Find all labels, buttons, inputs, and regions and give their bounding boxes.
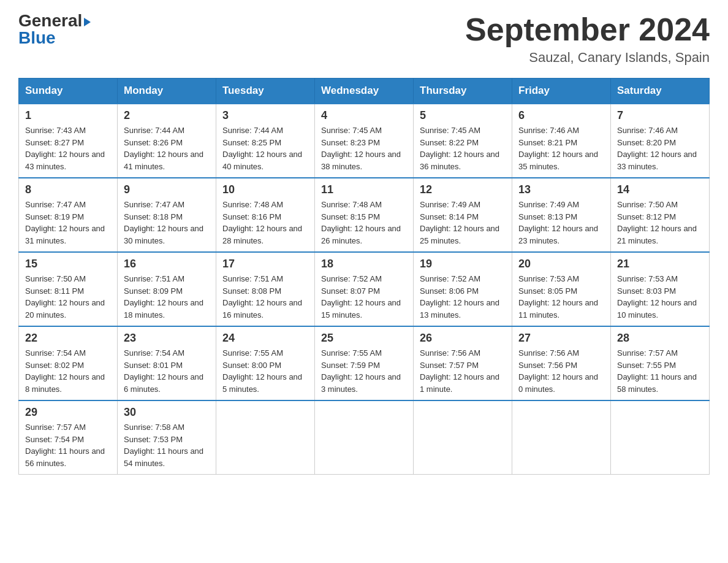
calendar-cell: 12 Sunrise: 7:49 AMSunset: 8:14 PMDaylig… xyxy=(414,178,512,252)
sun-info: Sunrise: 7:55 AMSunset: 7:59 PMDaylight:… xyxy=(321,347,407,395)
calendar-cell xyxy=(216,400,315,475)
day-number: 20 xyxy=(518,258,604,270)
day-number: 21 xyxy=(617,258,703,270)
logo-text-line2: Blue xyxy=(18,29,56,47)
day-number: 28 xyxy=(617,332,703,345)
calendar-cell: 5 Sunrise: 7:45 AMSunset: 8:22 PMDayligh… xyxy=(414,104,512,178)
col-saturday: Saturday xyxy=(611,79,710,104)
calendar-cell: 4 Sunrise: 7:45 AMSunset: 8:23 PMDayligh… xyxy=(315,104,414,178)
header-row: Sunday Monday Tuesday Wednesday Thursday… xyxy=(19,79,710,104)
col-wednesday: Wednesday xyxy=(315,79,414,104)
sun-info: Sunrise: 7:54 AMSunset: 8:01 PMDaylight:… xyxy=(124,347,210,395)
day-number: 5 xyxy=(420,109,506,122)
day-number: 3 xyxy=(222,109,308,122)
day-number: 14 xyxy=(617,183,703,196)
day-number: 19 xyxy=(420,258,506,270)
sun-info: Sunrise: 7:51 AMSunset: 8:09 PMDaylight:… xyxy=(124,273,210,321)
day-number: 16 xyxy=(124,258,210,270)
calendar-cell: 8 Sunrise: 7:47 AMSunset: 8:19 PMDayligh… xyxy=(19,178,118,252)
day-number: 17 xyxy=(222,258,308,270)
calendar-cell: 26 Sunrise: 7:56 AMSunset: 7:57 PMDaylig… xyxy=(414,326,512,400)
calendar-cell xyxy=(512,400,611,475)
page-header: General Blue September 2024 Sauzal, Cana… xyxy=(18,12,710,66)
sun-info: Sunrise: 7:53 AMSunset: 8:05 PMDaylight:… xyxy=(518,273,604,321)
calendar-cell: 25 Sunrise: 7:55 AMSunset: 7:59 PMDaylig… xyxy=(315,326,414,400)
sun-info: Sunrise: 7:51 AMSunset: 8:08 PMDaylight:… xyxy=(222,273,308,321)
day-number: 29 xyxy=(25,406,111,419)
calendar-body: 1 Sunrise: 7:43 AMSunset: 8:27 PMDayligh… xyxy=(19,104,710,475)
day-number: 26 xyxy=(420,332,506,345)
sun-info: Sunrise: 7:48 AMSunset: 8:16 PMDaylight:… xyxy=(222,199,308,247)
calendar-cell: 16 Sunrise: 7:51 AMSunset: 8:09 PMDaylig… xyxy=(118,252,216,326)
week-row-5: 29 Sunrise: 7:57 AMSunset: 7:54 PMDaylig… xyxy=(19,400,710,475)
calendar-cell: 3 Sunrise: 7:44 AMSunset: 8:25 PMDayligh… xyxy=(216,104,315,178)
sun-info: Sunrise: 7:45 AMSunset: 8:22 PMDaylight:… xyxy=(420,124,506,172)
calendar-cell: 7 Sunrise: 7:46 AMSunset: 8:20 PMDayligh… xyxy=(611,104,710,178)
calendar-cell: 24 Sunrise: 7:55 AMSunset: 8:00 PMDaylig… xyxy=(216,326,315,400)
sun-info: Sunrise: 7:50 AMSunset: 8:12 PMDaylight:… xyxy=(617,199,703,247)
logo: General Blue xyxy=(18,12,91,47)
calendar-cell: 28 Sunrise: 7:57 AMSunset: 7:55 PMDaylig… xyxy=(611,326,710,400)
sun-info: Sunrise: 7:56 AMSunset: 7:56 PMDaylight:… xyxy=(518,347,604,395)
calendar-cell: 2 Sunrise: 7:44 AMSunset: 8:26 PMDayligh… xyxy=(118,104,216,178)
sun-info: Sunrise: 7:47 AMSunset: 8:18 PMDaylight:… xyxy=(124,199,210,247)
sun-info: Sunrise: 7:52 AMSunset: 8:07 PMDaylight:… xyxy=(321,273,407,321)
calendar-cell: 27 Sunrise: 7:56 AMSunset: 7:56 PMDaylig… xyxy=(512,326,611,400)
logo-text-line1: General xyxy=(18,12,91,29)
calendar-cell: 22 Sunrise: 7:54 AMSunset: 8:02 PMDaylig… xyxy=(19,326,118,400)
day-number: 30 xyxy=(124,406,210,419)
day-number: 9 xyxy=(124,183,210,196)
day-number: 18 xyxy=(321,258,407,270)
col-sunday: Sunday xyxy=(19,79,118,104)
day-number: 15 xyxy=(25,258,111,270)
calendar-cell: 21 Sunrise: 7:53 AMSunset: 8:03 PMDaylig… xyxy=(611,252,710,326)
day-number: 8 xyxy=(25,183,111,196)
calendar-cell: 19 Sunrise: 7:52 AMSunset: 8:06 PMDaylig… xyxy=(414,252,512,326)
calendar-cell xyxy=(315,400,414,475)
calendar-cell xyxy=(611,400,710,475)
calendar-cell: 6 Sunrise: 7:46 AMSunset: 8:21 PMDayligh… xyxy=(512,104,611,178)
day-number: 4 xyxy=(321,109,407,122)
calendar-cell: 1 Sunrise: 7:43 AMSunset: 8:27 PMDayligh… xyxy=(19,104,118,178)
calendar-cell: 9 Sunrise: 7:47 AMSunset: 8:18 PMDayligh… xyxy=(118,178,216,252)
week-row-4: 22 Sunrise: 7:54 AMSunset: 8:02 PMDaylig… xyxy=(19,326,710,400)
day-number: 11 xyxy=(321,183,407,196)
sun-info: Sunrise: 7:44 AMSunset: 8:26 PMDaylight:… xyxy=(124,124,210,172)
calendar-cell: 15 Sunrise: 7:50 AMSunset: 8:11 PMDaylig… xyxy=(19,252,118,326)
calendar-cell: 29 Sunrise: 7:57 AMSunset: 7:54 PMDaylig… xyxy=(19,400,118,475)
col-thursday: Thursday xyxy=(414,79,512,104)
day-number: 2 xyxy=(124,109,210,122)
day-number: 23 xyxy=(124,332,210,345)
col-monday: Monday xyxy=(118,79,216,104)
sun-info: Sunrise: 7:50 AMSunset: 8:11 PMDaylight:… xyxy=(25,273,111,321)
calendar-cell: 23 Sunrise: 7:54 AMSunset: 8:01 PMDaylig… xyxy=(118,326,216,400)
calendar-cell: 17 Sunrise: 7:51 AMSunset: 8:08 PMDaylig… xyxy=(216,252,315,326)
sun-info: Sunrise: 7:54 AMSunset: 8:02 PMDaylight:… xyxy=(25,347,111,395)
col-friday: Friday xyxy=(512,79,611,104)
calendar-cell: 20 Sunrise: 7:53 AMSunset: 8:05 PMDaylig… xyxy=(512,252,611,326)
day-number: 27 xyxy=(518,332,604,345)
sun-info: Sunrise: 7:53 AMSunset: 8:03 PMDaylight:… xyxy=(617,273,703,321)
calendar-cell: 13 Sunrise: 7:49 AMSunset: 8:13 PMDaylig… xyxy=(512,178,611,252)
sun-info: Sunrise: 7:57 AMSunset: 7:54 PMDaylight:… xyxy=(25,421,111,469)
day-number: 13 xyxy=(518,183,604,196)
sun-info: Sunrise: 7:46 AMSunset: 8:21 PMDaylight:… xyxy=(518,124,604,172)
day-number: 7 xyxy=(617,109,703,122)
day-number: 1 xyxy=(25,109,111,122)
sun-info: Sunrise: 7:49 AMSunset: 8:13 PMDaylight:… xyxy=(518,199,604,247)
day-number: 25 xyxy=(321,332,407,345)
calendar-cell: 30 Sunrise: 7:58 AMSunset: 7:53 PMDaylig… xyxy=(118,400,216,475)
col-tuesday: Tuesday xyxy=(216,79,315,104)
sun-info: Sunrise: 7:52 AMSunset: 8:06 PMDaylight:… xyxy=(420,273,506,321)
day-number: 12 xyxy=(420,183,506,196)
calendar-cell: 14 Sunrise: 7:50 AMSunset: 8:12 PMDaylig… xyxy=(611,178,710,252)
week-row-3: 15 Sunrise: 7:50 AMSunset: 8:11 PMDaylig… xyxy=(19,252,710,326)
sun-info: Sunrise: 7:48 AMSunset: 8:15 PMDaylight:… xyxy=(321,199,407,247)
month-year-title: September 2024 xyxy=(465,12,710,47)
sun-info: Sunrise: 7:47 AMSunset: 8:19 PMDaylight:… xyxy=(25,199,111,247)
calendar-cell: 18 Sunrise: 7:52 AMSunset: 8:07 PMDaylig… xyxy=(315,252,414,326)
calendar-cell: 10 Sunrise: 7:48 AMSunset: 8:16 PMDaylig… xyxy=(216,178,315,252)
day-number: 22 xyxy=(25,332,111,345)
calendar-cell: 11 Sunrise: 7:48 AMSunset: 8:15 PMDaylig… xyxy=(315,178,414,252)
sun-info: Sunrise: 7:43 AMSunset: 8:27 PMDaylight:… xyxy=(25,124,111,172)
